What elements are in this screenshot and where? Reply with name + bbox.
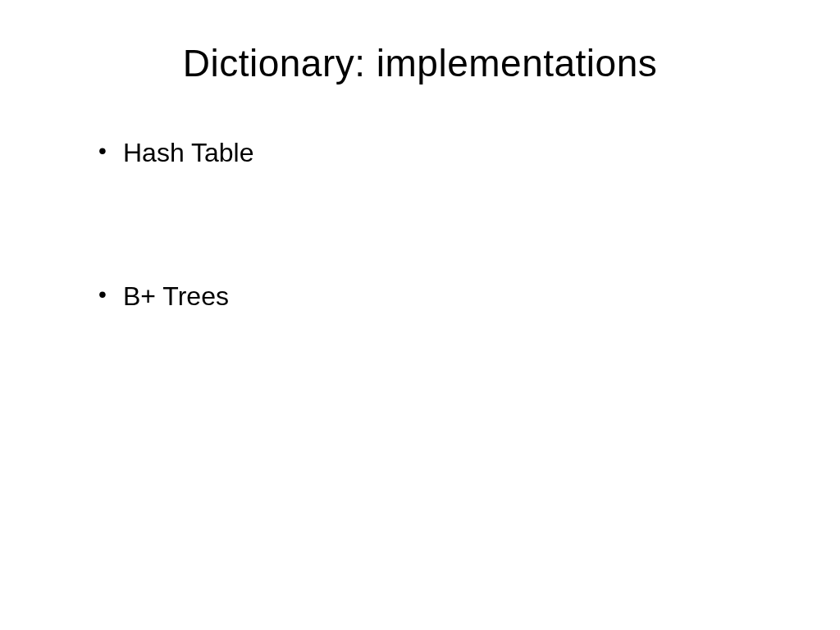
- slide-container: Dictionary: implementations Hash Table B…: [0, 0, 840, 630]
- bullet-list: Hash Table B+ Trees: [66, 135, 774, 315]
- bullet-text: Hash Table: [123, 138, 254, 167]
- list-item: Hash Table: [98, 135, 774, 171]
- list-item: B+ Trees: [98, 278, 774, 315]
- slide-title: Dictionary: implementations: [66, 41, 774, 85]
- bullet-text: B+ Trees: [123, 281, 229, 311]
